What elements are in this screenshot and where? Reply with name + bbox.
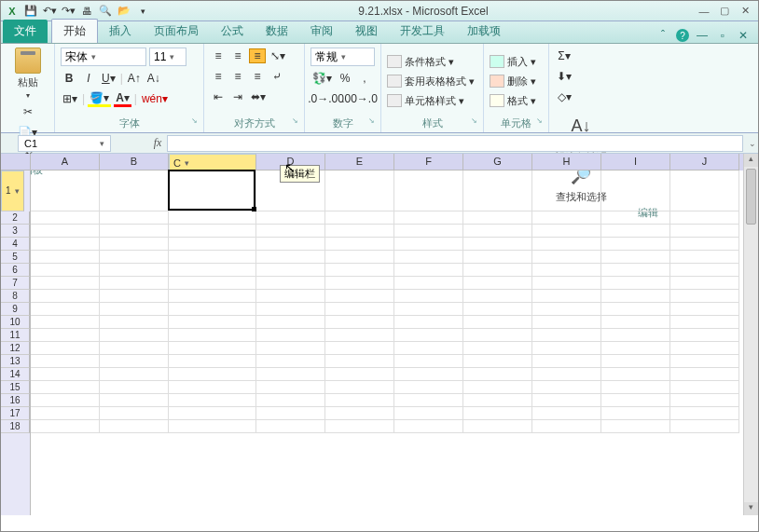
paste-button[interactable]: 粘贴 ▾ bbox=[11, 48, 45, 100]
cell[interactable] bbox=[31, 394, 100, 407]
window-close-icon[interactable]: ✕ bbox=[736, 28, 751, 43]
cell[interactable] bbox=[325, 238, 394, 251]
cell[interactable] bbox=[601, 394, 670, 407]
cell[interactable] bbox=[31, 355, 100, 368]
cell[interactable] bbox=[256, 303, 325, 316]
column-header[interactable]: J bbox=[670, 154, 739, 171]
cell[interactable] bbox=[100, 342, 169, 355]
cell[interactable] bbox=[463, 368, 532, 381]
cell[interactable] bbox=[394, 251, 463, 264]
cell[interactable] bbox=[532, 368, 601, 381]
cell[interactable] bbox=[394, 225, 463, 238]
column-header[interactable]: B bbox=[100, 154, 169, 171]
row-header[interactable]: 13 bbox=[1, 355, 30, 368]
cell[interactable] bbox=[169, 381, 256, 394]
cell[interactable] bbox=[670, 171, 739, 211]
increase-indent-button[interactable]: ⇥ bbox=[229, 89, 246, 105]
tab-layout[interactable]: 页面布局 bbox=[143, 20, 210, 43]
conditional-format-button[interactable]: 条件格式▾ bbox=[387, 55, 477, 69]
cell[interactable] bbox=[31, 420, 100, 433]
cell[interactable] bbox=[670, 238, 739, 251]
cell[interactable] bbox=[169, 225, 256, 238]
cell[interactable] bbox=[169, 211, 256, 225]
scroll-down-arrow[interactable]: ▾ bbox=[744, 502, 758, 515]
cell[interactable] bbox=[601, 368, 670, 381]
cell[interactable] bbox=[169, 264, 256, 277]
row-header[interactable]: 12 bbox=[1, 342, 30, 355]
cell[interactable] bbox=[670, 316, 739, 329]
cell[interactable] bbox=[463, 355, 532, 368]
align-center-button[interactable]: ≡ bbox=[229, 68, 246, 85]
fill-button[interactable]: ⬇▾ bbox=[555, 68, 573, 85]
cell[interactable] bbox=[100, 407, 169, 420]
qat-more-icon[interactable]: ▾ bbox=[135, 4, 150, 19]
cell[interactable] bbox=[169, 394, 256, 407]
cell[interactable] bbox=[169, 277, 256, 290]
font-size-select[interactable]: 11 bbox=[149, 48, 186, 66]
cell[interactable] bbox=[394, 238, 463, 251]
align-left-button[interactable]: ≡ bbox=[210, 68, 227, 85]
cell[interactable] bbox=[169, 303, 256, 316]
cell[interactable] bbox=[169, 238, 256, 251]
cell[interactable] bbox=[100, 171, 169, 211]
column-header[interactable]: H bbox=[532, 154, 601, 171]
row-header[interactable]: 15 bbox=[1, 381, 30, 394]
cell[interactable] bbox=[325, 420, 394, 433]
cell[interactable] bbox=[31, 171, 100, 211]
column-header[interactable]: A bbox=[31, 154, 100, 171]
close-button[interactable]: ✕ bbox=[738, 5, 752, 18]
cell[interactable] bbox=[256, 381, 325, 394]
name-box[interactable]: C1 bbox=[18, 135, 111, 152]
tab-data[interactable]: 数据 bbox=[255, 20, 299, 43]
merge-button[interactable]: ⬌▾ bbox=[249, 89, 268, 105]
cell[interactable] bbox=[256, 407, 325, 420]
row-header[interactable]: 11 bbox=[1, 329, 30, 342]
cell[interactable] bbox=[463, 290, 532, 303]
cell[interactable] bbox=[670, 355, 739, 368]
cell[interactable] bbox=[325, 368, 394, 381]
cell[interactable] bbox=[169, 251, 256, 264]
save-icon[interactable]: 💾 bbox=[23, 4, 38, 19]
scroll-up-arrow[interactable]: ▴ bbox=[744, 154, 758, 167]
cell[interactable] bbox=[256, 264, 325, 277]
cell[interactable] bbox=[670, 251, 739, 264]
cell[interactable] bbox=[394, 420, 463, 433]
cell[interactable] bbox=[256, 368, 325, 381]
cell[interactable] bbox=[169, 329, 256, 342]
cell[interactable] bbox=[256, 420, 325, 433]
tab-addins[interactable]: 加载项 bbox=[456, 20, 512, 43]
percent-button[interactable]: % bbox=[337, 70, 353, 87]
cell[interactable] bbox=[31, 342, 100, 355]
fill-color-button[interactable]: 🪣▾ bbox=[88, 90, 111, 107]
cell[interactable] bbox=[463, 329, 532, 342]
font-name-select[interactable]: 宋体 bbox=[61, 48, 146, 66]
vertical-scrollbar[interactable]: ▴ ▾ bbox=[743, 154, 758, 515]
print-icon[interactable]: 🖶 bbox=[79, 4, 94, 19]
window-min-icon[interactable]: — bbox=[695, 28, 710, 43]
cell[interactable] bbox=[100, 211, 169, 225]
cell[interactable] bbox=[31, 251, 100, 264]
cell[interactable] bbox=[256, 225, 325, 238]
cell[interactable] bbox=[256, 251, 325, 264]
table-format-button[interactable]: 套用表格格式▾ bbox=[387, 75, 477, 89]
italic-button[interactable]: I bbox=[80, 70, 97, 87]
row-header[interactable]: 8 bbox=[1, 290, 30, 303]
cell[interactable] bbox=[31, 368, 100, 381]
cell[interactable] bbox=[325, 171, 394, 211]
cell[interactable] bbox=[394, 394, 463, 407]
comma-button[interactable]: , bbox=[356, 70, 373, 87]
redo-icon[interactable]: ↷▾ bbox=[61, 4, 76, 19]
wrap-text-button[interactable]: ⤶ bbox=[269, 68, 285, 85]
cell[interactable] bbox=[532, 211, 601, 225]
cell[interactable] bbox=[31, 381, 100, 394]
cell[interactable] bbox=[532, 264, 601, 277]
row-header[interactable]: 5 bbox=[1, 251, 30, 264]
cell[interactable] bbox=[100, 251, 169, 264]
row-header[interactable]: 6 bbox=[1, 264, 30, 277]
cell[interactable] bbox=[256, 316, 325, 329]
underline-button[interactable]: U▾ bbox=[100, 70, 117, 87]
border-button[interactable]: ⊞▾ bbox=[61, 90, 79, 107]
cell[interactable] bbox=[463, 381, 532, 394]
undo-icon[interactable]: ↶▾ bbox=[42, 4, 57, 19]
cell[interactable] bbox=[169, 290, 256, 303]
